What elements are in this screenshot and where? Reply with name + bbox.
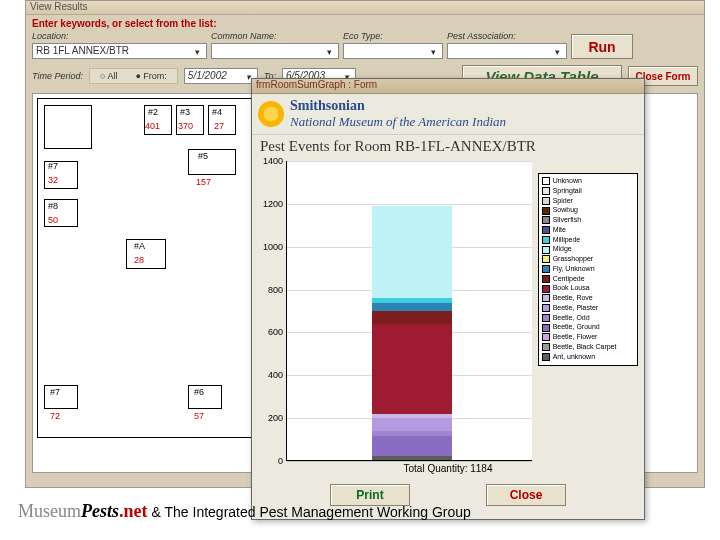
legend-swatch-icon: [542, 333, 550, 341]
run-button[interactable]: Run: [571, 34, 633, 59]
legend-swatch-icon: [542, 304, 550, 312]
fp-tag: #7: [50, 387, 60, 397]
legend-item: Beetle, Black Carpet: [542, 343, 634, 352]
view-results-window: View Results Enter keywords, or select f…: [25, 0, 705, 488]
location-combo[interactable]: RB 1FL ANNEX/BTR: [32, 43, 207, 59]
total-quantity: Total Quantity: 1184: [252, 461, 644, 474]
legend-item: Unknown: [542, 177, 634, 186]
fp-tag: #8: [48, 201, 58, 211]
fp-tag: #6: [194, 387, 204, 397]
legend-swatch-icon: [542, 314, 550, 322]
legend-label: Spider: [553, 197, 573, 206]
legend-label: Ant, unknown: [553, 353, 595, 362]
legend-swatch-icon: [542, 255, 550, 263]
legend-label: Fly, Unknown: [553, 265, 595, 274]
legend-label: Grasshopper: [553, 255, 593, 264]
fp-count: 57: [194, 411, 204, 421]
legend-label: Mite: [553, 226, 566, 235]
fp-tag: #3: [180, 107, 190, 117]
legend-label: Springtail: [553, 187, 582, 196]
legend-label: Beetle, Ground: [553, 323, 600, 332]
legend-swatch-icon: [542, 265, 550, 273]
legend-label: Millipede: [553, 236, 581, 245]
bar-segment: [372, 303, 452, 312]
legend-item: Fly, Unknown: [542, 265, 634, 274]
org-sub: National Museum of the American Indian: [290, 114, 506, 130]
popup-title: frmRoomSumGraph : Form: [252, 79, 644, 94]
museumpests-logo: MuseumPests.net: [18, 501, 148, 522]
fp-count: 27: [214, 121, 224, 131]
legend-swatch-icon: [542, 285, 550, 293]
legend-item: Beetle, Plaster: [542, 304, 634, 313]
radio-from[interactable]: From:: [135, 71, 166, 81]
floorplan: #2 #3 #4 401 370 27 #7 32 #5 157 #8 50 #…: [37, 98, 269, 438]
bar-segment: [372, 418, 452, 431]
legend-swatch-icon: [542, 236, 550, 244]
legend-label: Beetle, Black Carpet: [553, 343, 617, 352]
common-name-combo[interactable]: [211, 43, 339, 59]
bar-segment: [372, 311, 452, 324]
eco-type-label: Eco Type:: [343, 31, 443, 41]
legend-label: Beetle, Plaster: [553, 304, 599, 313]
legend-swatch-icon: [542, 177, 550, 185]
legend-item: Beetle, Odd: [542, 314, 634, 323]
keyword-prompt: Enter keywords, or select from the list:: [26, 15, 704, 29]
bar-segment: [372, 206, 452, 298]
footer: MuseumPests.net & The Integrated Pest Ma…: [18, 501, 471, 522]
window-title: View Results: [26, 1, 704, 15]
legend-swatch-icon: [542, 207, 550, 215]
fp-count: 28: [134, 255, 144, 265]
legend-label: Beetle, Rove: [553, 294, 593, 303]
popup-close-button[interactable]: Close: [486, 484, 566, 506]
chart-title: Pest Events for Room RB-1FL-ANNEX/BTR: [252, 135, 644, 157]
legend-swatch-icon: [542, 246, 550, 254]
org-name: Smithsonian: [290, 98, 506, 114]
legend-swatch-icon: [542, 324, 550, 332]
legend-item: Sowbug: [542, 206, 634, 215]
legend-item: Beetle, Ground: [542, 323, 634, 332]
bar-segment: [372, 324, 452, 414]
time-radio-group[interactable]: All From:: [89, 68, 178, 84]
legend-item: Grasshopper: [542, 255, 634, 264]
legend-label: Book Lousa: [553, 284, 590, 293]
content-area: #2 #3 #4 401 370 27 #7 32 #5 157 #8 50 #…: [32, 93, 698, 473]
fp-count: 370: [178, 121, 193, 131]
legend-swatch-icon: [542, 353, 550, 361]
legend-item: Book Lousa: [542, 284, 634, 293]
legend-swatch-icon: [542, 343, 550, 351]
legend-label: Centipede: [553, 275, 585, 284]
pest-assoc-combo[interactable]: [447, 43, 567, 59]
fp-tag: #2: [148, 107, 158, 117]
legend-item: Spider: [542, 197, 634, 206]
legend-swatch-icon: [542, 226, 550, 234]
stacked-bar-chart: 0200400600800100012001400: [286, 161, 532, 461]
time-period-label: Time Period:: [32, 71, 83, 81]
chart-legend: UnknownSpringtailSpiderSowbugSilverfishM…: [538, 173, 638, 366]
legend-swatch-icon: [542, 275, 550, 283]
legend-label: Beetle, Odd: [553, 314, 590, 323]
bar-segment: [372, 436, 452, 455]
legend-swatch-icon: [542, 294, 550, 302]
fp-count: 401: [145, 121, 160, 131]
legend-label: Beetle, Flower: [553, 333, 598, 342]
fp-tag: #7: [48, 161, 58, 171]
from-date[interactable]: 5/1/2002: [184, 68, 258, 84]
legend-item: Millipede: [542, 236, 634, 245]
legend-label: Sowbug: [553, 206, 578, 215]
fp-count: 157: [196, 177, 211, 187]
fp-count: 32: [48, 175, 58, 185]
legend-swatch-icon: [542, 197, 550, 205]
legend-label: Unknown: [553, 177, 582, 186]
filter-row: Location: RB 1FL ANNEX/BTR Common Name: …: [26, 29, 704, 61]
smithsonian-header: Smithsonian National Museum of the Ameri…: [252, 94, 644, 135]
fp-tag: #4: [212, 107, 222, 117]
pest-assoc-label: Pest Association:: [447, 31, 567, 41]
smithsonian-sun-icon: [258, 101, 284, 127]
legend-item: Midge: [542, 245, 634, 254]
legend-item: Beetle, Flower: [542, 333, 634, 342]
radio-all[interactable]: All: [100, 71, 117, 81]
fp-count: 50: [48, 215, 58, 225]
legend-label: Silverfish: [553, 216, 581, 225]
legend-label: Midge: [553, 245, 572, 254]
eco-type-combo[interactable]: [343, 43, 443, 59]
